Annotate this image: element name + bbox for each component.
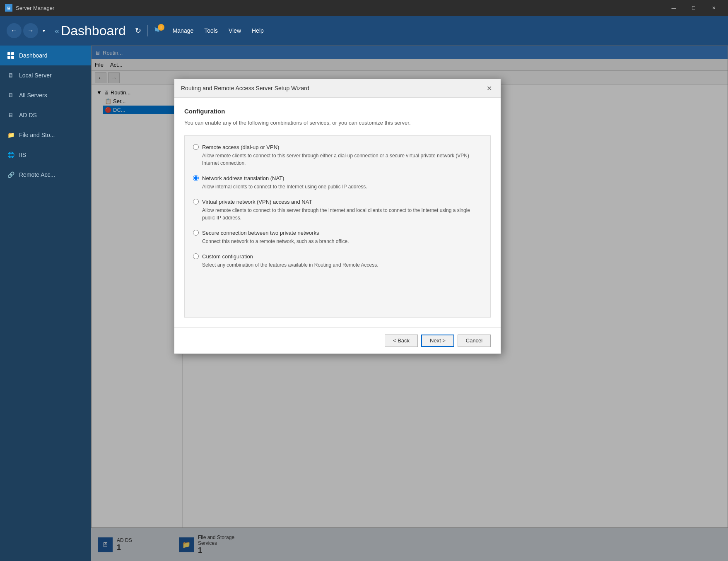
cancel-button[interactable]: Cancel [458, 335, 491, 347]
radio-desc-vpn-nat: Allow remote clients to connect to this … [202, 207, 482, 222]
dialog-footer: < Back Next > Cancel [174, 327, 501, 354]
main-content: 🖥 Routin... File Act... ← → ▼ 🖥 [91, 46, 728, 561]
dialog-close-button[interactable]: ✕ [484, 83, 494, 93]
sidebar-item-label: File and Sto... [19, 132, 55, 138]
radio-input-custom[interactable] [193, 253, 199, 259]
next-button[interactable]: Next > [421, 335, 454, 347]
sidebar-item-file-storage[interactable]: 📁 File and Sto... [0, 125, 91, 145]
title-bar-controls: — ☐ ✕ [664, 0, 723, 16]
nav-dropdown-button[interactable]: ▼ [40, 23, 48, 38]
radio-desc-custom: Select any combination of the features a… [202, 261, 482, 269]
radio-text-custom: Custom configuration [202, 253, 253, 260]
radio-text-vpn-nat: Virtual private network (VPN) access and… [202, 199, 312, 205]
iis-icon: 🌐 [7, 151, 15, 159]
nav-back-button[interactable]: ← [7, 23, 22, 38]
header-title-prefix: « [55, 26, 59, 36]
sidebar-item-all-servers[interactable]: 🖥 All Servers [0, 85, 91, 105]
radio-label-nat[interactable]: Network address translation (NAT) [193, 175, 482, 181]
view-menu-item[interactable]: View [224, 25, 246, 36]
radio-desc-secure: Connect this network to a remote network… [202, 238, 482, 245]
radio-label-secure[interactable]: Secure connection between two private ne… [193, 230, 482, 236]
refresh-button[interactable]: ↻ [131, 23, 146, 38]
nav-buttons: ← → ▼ [7, 23, 48, 38]
radio-input-remote-access[interactable] [193, 144, 199, 150]
sidebar: Dashboard 🖥 Local Server 🖥 All Servers 🖥… [0, 46, 91, 561]
sidebar-item-label: IIS [19, 152, 26, 158]
dialog-section-title: Configuration [184, 108, 491, 115]
all-servers-icon: 🖥 [7, 91, 15, 99]
sidebar-item-label: Dashboard [19, 52, 48, 59]
radio-option-vpn-nat: Virtual private network (VPN) access and… [193, 199, 482, 222]
setup-wizard-dialog: Routing and Remote Access Server Setup W… [174, 79, 501, 354]
radio-text-secure: Secure connection between two private ne… [202, 230, 319, 236]
header-menu: Manage Tools View Help [168, 25, 269, 36]
dialog-title-bar: Routing and Remote Access Server Setup W… [174, 79, 501, 98]
content-area: Dashboard 🖥 Local Server 🖥 All Servers 🖥… [0, 46, 728, 561]
close-button[interactable]: ✕ [704, 0, 723, 16]
title-bar: 🖥 Server Manager — ☐ ✕ [0, 0, 728, 16]
file-storage-icon: 📁 [7, 131, 15, 139]
sidebar-item-remote-access[interactable]: 🔗 Remote Acc... [0, 165, 91, 185]
restore-button[interactable]: ☐ [684, 0, 703, 16]
radio-input-secure[interactable] [193, 230, 199, 236]
radio-input-vpn-nat[interactable] [193, 199, 199, 205]
sidebar-item-label: All Servers [19, 92, 47, 99]
radio-option-remote-access: Remote access (dial-up or VPN) Allow rem… [193, 144, 482, 167]
dialog-title-text: Routing and Remote Access Server Setup W… [181, 85, 309, 91]
header: ← → ▼ « Dashboard ↻ ⚑ ! Manage Tools Vie… [0, 16, 728, 46]
notifications-flag[interactable]: ⚑ ! [149, 23, 164, 38]
radio-label-remote-access[interactable]: Remote access (dial-up or VPN) [193, 144, 482, 150]
radio-option-secure: Secure connection between two private ne… [193, 230, 482, 245]
header-title: Dashboard [61, 23, 126, 39]
radio-label-vpn-nat[interactable]: Virtual private network (VPN) access and… [193, 199, 482, 205]
radio-desc-remote-access: Allow remote clients to connect to this … [202, 152, 482, 167]
sidebar-item-dashboard[interactable]: Dashboard [0, 46, 91, 65]
radio-desc-nat: Allow internal clients to connect to the… [202, 183, 482, 190]
app-icon: 🖥 [5, 4, 12, 12]
flag-warning-badge: ! [158, 24, 164, 31]
app: ← → ▼ « Dashboard ↻ ⚑ ! Manage Tools Vie… [0, 16, 728, 561]
manage-menu-item[interactable]: Manage [168, 25, 199, 36]
tools-menu-item[interactable]: Tools [199, 25, 223, 36]
help-menu-item[interactable]: Help [247, 25, 269, 36]
dialog-options-area: Remote access (dial-up or VPN) Allow rem… [184, 135, 491, 318]
remote-access-icon: 🔗 [7, 171, 15, 179]
radio-text-remote-access: Remote access (dial-up or VPN) [202, 144, 279, 150]
sidebar-item-local-server[interactable]: 🖥 Local Server [0, 65, 91, 85]
radio-option-custom: Custom configuration Select any combinat… [193, 253, 482, 269]
ad-ds-icon: 🖥 [7, 111, 15, 119]
radio-label-custom[interactable]: Custom configuration [193, 253, 482, 260]
radio-option-nat: Network address translation (NAT) Allow … [193, 175, 482, 190]
radio-input-nat[interactable] [193, 175, 199, 181]
dialog-body: Configuration You can enable any of the … [174, 98, 501, 327]
sidebar-item-label: Remote Acc... [19, 171, 55, 178]
dashboard-icon [7, 51, 15, 60]
sidebar-item-iis[interactable]: 🌐 IIS [0, 145, 91, 165]
sidebar-item-label: AD DS [19, 112, 37, 118]
sidebar-item-label: Local Server [19, 72, 52, 79]
dialog-section-desc: You can enable any of the following comb… [184, 119, 491, 127]
header-separator [147, 25, 148, 36]
sidebar-item-ad-ds[interactable]: 🖥 AD DS [0, 105, 91, 125]
local-server-icon: 🖥 [7, 71, 15, 79]
radio-text-nat: Network address translation (NAT) [202, 175, 284, 181]
app-title: Server Manager [16, 5, 54, 11]
minimize-button[interactable]: — [664, 0, 683, 16]
back-button[interactable]: < Back [385, 335, 418, 347]
nav-forward-button[interactable]: → [23, 23, 38, 38]
